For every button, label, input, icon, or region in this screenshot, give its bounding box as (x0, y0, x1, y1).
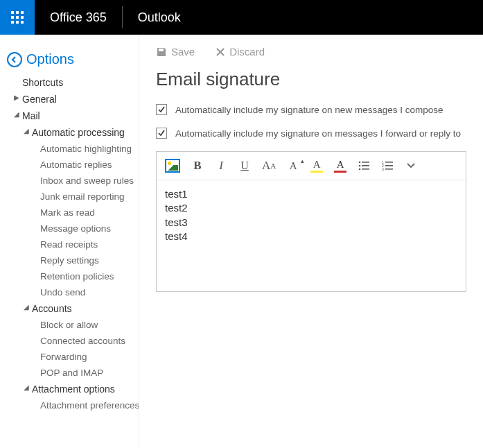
caret-down-icon: ◢ (14, 110, 19, 118)
save-icon (156, 46, 167, 58)
discard-icon (216, 47, 225, 57)
nav-accounts-item[interactable]: Forwarding (0, 349, 139, 365)
chevron-down-icon (406, 162, 416, 169)
signature-line: test4 (165, 230, 457, 243)
nav-auto-item[interactable]: Retention policies (0, 268, 139, 284)
svg-rect-10 (362, 162, 369, 163)
svg-point-13 (359, 169, 361, 171)
svg-rect-7 (16, 21, 19, 24)
app-launcher-button[interactable] (0, 0, 35, 35)
svg-rect-14 (362, 169, 369, 170)
nav-tree: Shortcuts ▶General ◢Mail ◢Automatic proc… (0, 74, 139, 413)
nav-general[interactable]: ▶General (0, 91, 139, 107)
nav-auto-item[interactable]: Read receipts (0, 236, 139, 252)
caret-down-icon: ◢ (24, 384, 29, 391)
check-icon (157, 129, 166, 137)
checkbox-row-forward-reply[interactable]: Automatically include my signature on me… (156, 128, 466, 139)
signature-line: test3 (165, 216, 457, 230)
action-toolbar: Save Discard (156, 46, 466, 58)
italic-button[interactable]: I (215, 159, 227, 173)
font-size-button[interactable]: AA (262, 159, 276, 173)
svg-text:3: 3 (382, 167, 384, 171)
nav-auto-item[interactable]: Reply settings (0, 252, 139, 268)
nav-auto-item[interactable]: Automatic replies (0, 157, 139, 173)
main-panel: Save Discard Email signature Automatical… (139, 35, 483, 448)
svg-rect-5 (21, 16, 24, 19)
numbered-icon: 123 (382, 161, 393, 171)
svg-rect-8 (21, 21, 24, 24)
nav-auto-item[interactable]: Junk email reporting (0, 189, 139, 205)
nav-auto-item[interactable]: Automatic highlighting (0, 141, 139, 157)
options-label: Options (26, 51, 74, 67)
svg-rect-2 (21, 11, 24, 14)
back-icon (7, 52, 22, 67)
nav-auto-item[interactable]: Message options (0, 221, 139, 236)
bullet-list-button[interactable] (358, 161, 370, 171)
save-button[interactable]: Save (156, 46, 195, 58)
checkbox-include-forward[interactable] (156, 128, 167, 139)
nav-accounts-item[interactable]: Connected accounts (0, 333, 139, 349)
highlight-button[interactable]: A (310, 159, 323, 173)
signature-editor: B I U AA A A A 123 test1 test2 (156, 151, 466, 292)
svg-point-9 (359, 162, 361, 164)
numbered-list-button[interactable]: 123 (381, 161, 394, 171)
page-title: Email signature (156, 69, 466, 90)
svg-rect-12 (362, 165, 369, 166)
app-name[interactable]: Outlook (123, 10, 196, 25)
suite-name[interactable]: Office 365 (35, 10, 122, 25)
image-icon (167, 161, 178, 171)
suite-header: Office 365 Outlook (0, 0, 483, 35)
nav-shortcuts[interactable]: Shortcuts (0, 74, 139, 91)
svg-rect-1 (16, 11, 19, 14)
nav-auto-item[interactable]: Inbox and sweep rules (0, 173, 139, 189)
nav-automatic-processing[interactable]: ◢Automatic processing (0, 124, 139, 141)
checkbox-row-new-messages[interactable]: Automatically include my signature on ne… (156, 104, 466, 115)
signature-line: test1 (165, 187, 457, 201)
nav-auto-item[interactable]: Undo send (0, 284, 139, 300)
svg-point-11 (359, 165, 361, 167)
caret-down-icon: ◢ (24, 303, 29, 311)
caret-down-icon: ◢ (24, 127, 29, 135)
options-back-header[interactable]: Options (0, 47, 139, 74)
signature-line: test2 (165, 201, 457, 215)
svg-rect-6 (11, 21, 14, 24)
checkbox-label: Automatically include my signature on me… (175, 128, 461, 139)
svg-rect-4 (16, 16, 19, 19)
signature-textarea[interactable]: test1 test2 test3 test4 (157, 180, 466, 291)
underline-button[interactable]: U (238, 160, 251, 172)
nav-accounts-item[interactable]: POP and IMAP (0, 365, 139, 381)
svg-rect-20 (385, 169, 393, 170)
nav-attachment-item[interactable]: Attachment preferences (0, 397, 139, 413)
nav-accounts[interactable]: ◢Accounts (0, 300, 139, 317)
caret-right-icon: ▶ (14, 94, 19, 101)
more-formatting-button[interactable] (405, 162, 417, 169)
svg-rect-0 (11, 11, 14, 14)
bullets-icon (358, 161, 369, 171)
checkbox-label: Automatically include my signature on ne… (175, 105, 443, 115)
nav-mail[interactable]: ◢Mail (0, 107, 139, 124)
waffle-icon (11, 11, 24, 24)
bold-button[interactable]: B (191, 159, 204, 173)
font-button[interactable]: A (287, 160, 299, 172)
nav-auto-item[interactable]: Mark as read (0, 205, 139, 221)
check-icon (157, 105, 166, 114)
checkbox-include-new[interactable] (156, 104, 167, 115)
discard-button[interactable]: Discard (216, 46, 265, 58)
options-sidebar: Options Shortcuts ▶General ◢Mail ◢Automa… (0, 35, 139, 448)
svg-rect-16 (385, 162, 393, 163)
svg-rect-18 (385, 165, 393, 166)
nav-accounts-item[interactable]: Block or allow (0, 317, 139, 333)
svg-rect-3 (11, 16, 14, 19)
font-color-button[interactable]: A (334, 159, 346, 173)
insert-image-button[interactable] (165, 159, 180, 173)
editor-toolbar: B I U AA A A A 123 (157, 152, 466, 180)
nav-attachment-options[interactable]: ◢Attachment options (0, 381, 139, 397)
